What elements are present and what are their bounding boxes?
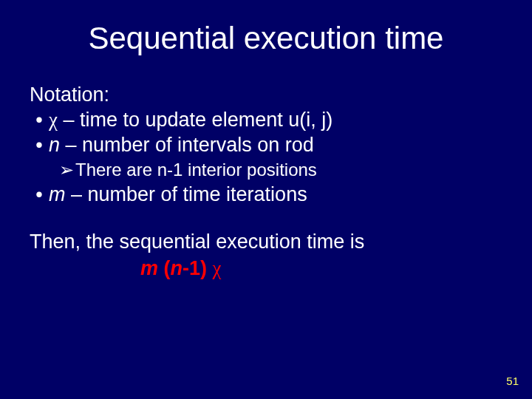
then-block: Then, the sequential execution time is m… (30, 230, 502, 282)
bullet-m: m – number of time iterations (30, 183, 502, 208)
bullet-m-text: – number of time iterations (66, 183, 307, 205)
formula-close: -1) (183, 257, 213, 279)
formula-chi: χ (213, 257, 222, 279)
n-var: n (49, 134, 60, 156)
sub-bullet-text: There are n-1 interior positions (75, 159, 317, 181)
formula-n: n (171, 257, 183, 279)
bullet-chi-text: – time to update element u(i, j) (58, 109, 332, 131)
then-line: Then, the sequential execution time is (30, 230, 502, 255)
formula-m: m (140, 257, 164, 279)
notation-heading: Notation: (30, 83, 502, 108)
formula-open: ( (164, 257, 171, 279)
slide-title: Sequential execution time (30, 21, 502, 56)
slide-body: Notation: χ – time to update element u(i… (30, 83, 502, 282)
then-text: Then, the sequential execution time is (30, 230, 364, 255)
sub-bullet-interior: ➢There are n-1 interior positions (59, 159, 502, 181)
bullet-chi: χ – time to update element u(i, j) (30, 108, 502, 133)
slide: Sequential execution time Notation: χ – … (0, 0, 532, 399)
formula: m (n-1) χ (140, 256, 502, 282)
bullet-n-text: – number of intervals on rod (60, 134, 314, 156)
notation-label: Notation: (30, 83, 109, 108)
page-number: 51 (506, 375, 519, 387)
m-var: m (49, 183, 66, 205)
arrow-icon: ➢ (59, 159, 74, 181)
bullet-n: n – number of intervals on rod (30, 133, 502, 158)
chi-symbol: χ (49, 109, 58, 131)
